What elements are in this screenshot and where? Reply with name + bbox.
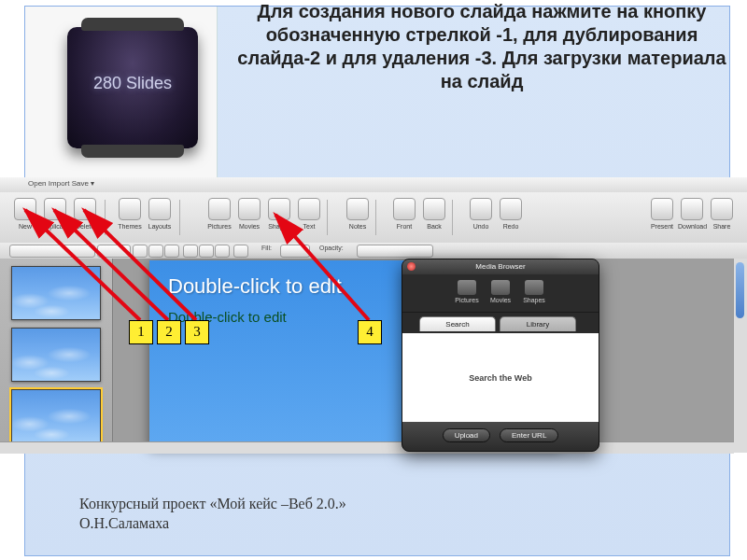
media-browser-dialog: Media Browser Pictures Movies Shapes Sea… xyxy=(402,259,599,452)
themes-button[interactable]: Themes xyxy=(116,198,144,230)
shapes-button[interactable]: Shapes xyxy=(265,198,293,230)
media-type-segmented: Pictures Movies Shapes xyxy=(402,274,599,313)
instruction-text: Для создания нового слайда нажмите на кн… xyxy=(224,0,740,93)
dialog-body-placeholder[interactable]: Search the Web xyxy=(402,333,599,422)
footer-line-2: О.Н.Саламаха xyxy=(79,514,346,534)
bullets-button[interactable] xyxy=(233,245,248,258)
dialog-title: Media Browser xyxy=(402,259,599,274)
font-size-select[interactable] xyxy=(97,245,131,258)
callout-1: 1 xyxy=(129,320,153,344)
callout-2: 2 xyxy=(157,320,181,344)
slide-title-placeholder[interactable]: Double-click to edit xyxy=(168,274,342,299)
app-screenshot: Open Import Save ▾ New Duplicate Delete … xyxy=(0,177,747,453)
slide-thumbnails xyxy=(0,259,113,453)
align-right-button[interactable] xyxy=(215,245,230,258)
main-toolbar: New Duplicate Delete Themes Layouts Pict… xyxy=(0,192,747,244)
seg-pictures[interactable]: Pictures xyxy=(450,280,484,312)
back-button[interactable]: Back xyxy=(420,198,448,230)
layouts-button[interactable]: Layouts xyxy=(146,198,174,230)
scrollbar-thumb[interactable] xyxy=(736,262,744,318)
callout-3: 3 xyxy=(185,320,209,344)
align-left-button[interactable] xyxy=(183,245,198,258)
italic-button[interactable] xyxy=(148,245,163,258)
close-icon[interactable] xyxy=(407,262,416,271)
present-button[interactable]: Present xyxy=(648,198,676,230)
new-button[interactable]: New xyxy=(11,198,39,230)
bold-button[interactable] xyxy=(133,245,148,258)
duplicate-button[interactable]: Duplicate xyxy=(41,198,69,230)
text-button[interactable]: Text xyxy=(295,198,323,230)
movies-button[interactable]: Movies xyxy=(235,198,263,230)
underline-button[interactable] xyxy=(164,245,179,258)
menu-stub: Open Import Save ▾ xyxy=(28,179,94,188)
align-center-button[interactable] xyxy=(199,245,214,258)
opacity-label: Opacity: xyxy=(319,245,344,251)
font-family-select[interactable] xyxy=(9,245,95,258)
seg-movies[interactable]: Movies xyxy=(484,280,517,312)
tab-search[interactable]: Search xyxy=(419,316,496,331)
footer: Конкурсный проект «Мой кейс –Веб 2.0.» О… xyxy=(79,495,346,534)
footer-line-1: Конкурсный проект «Мой кейс –Веб 2.0.» xyxy=(79,495,346,514)
fill-color-well[interactable] xyxy=(280,245,310,258)
brand-text: 280 Slides xyxy=(67,74,198,93)
upload-button[interactable]: Upload xyxy=(443,428,490,442)
redo-button[interactable]: Redo xyxy=(497,198,525,230)
slide-thumbnail[interactable] xyxy=(11,266,101,320)
share-button[interactable]: Share xyxy=(708,198,736,230)
format-bar: Fill: Opacity: xyxy=(0,243,747,259)
delete-button[interactable]: Delete xyxy=(71,198,99,230)
mac-window-titlebar: Open Import Save ▾ xyxy=(0,177,747,193)
opacity-slider[interactable] xyxy=(357,245,433,258)
slide-thumbnail[interactable] xyxy=(11,328,101,382)
projector-logo: 280 Slides xyxy=(67,27,198,148)
enter-url-button[interactable]: Enter URL xyxy=(500,428,558,442)
fill-label: Fill: xyxy=(261,245,272,251)
download-button[interactable]: Download xyxy=(678,198,706,230)
notes-button[interactable]: Notes xyxy=(344,198,372,230)
tab-library[interactable]: Library xyxy=(500,316,576,331)
undo-button[interactable]: Undo xyxy=(467,198,495,230)
horizontal-scrollbar[interactable] xyxy=(0,441,734,454)
logo-panel: 280 Slides xyxy=(25,7,218,177)
seg-shapes[interactable]: Shapes xyxy=(517,280,551,312)
vertical-scrollbar[interactable] xyxy=(733,259,747,453)
work-area: Double-click to edit Double-click to edi… xyxy=(0,259,747,453)
front-button[interactable]: Front xyxy=(390,198,418,230)
callout-4: 4 xyxy=(358,320,382,344)
pictures-button[interactable]: Pictures xyxy=(205,198,233,230)
slide-thumbnail[interactable] xyxy=(11,389,101,443)
